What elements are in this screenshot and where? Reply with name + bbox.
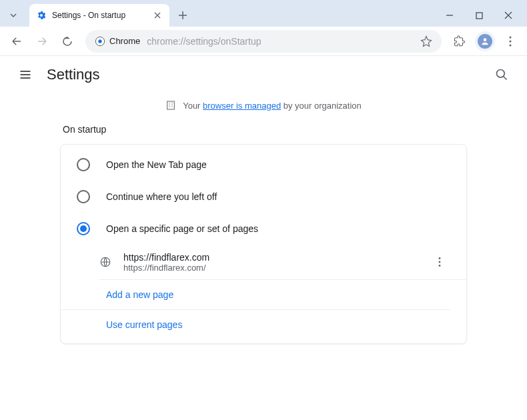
close-icon <box>154 12 161 19</box>
building-icon <box>165 100 176 111</box>
minimize-icon <box>446 11 454 19</box>
use-current-link[interactable]: Use current pages <box>106 319 182 330</box>
radio-icon <box>77 222 90 235</box>
settings-menu-button[interactable] <box>13 63 37 87</box>
site-chip-label: Chrome <box>109 36 140 46</box>
svg-point-7 <box>497 70 505 78</box>
menu-button[interactable] <box>499 30 522 53</box>
page-url: https://findflarex.com/ <box>123 263 417 273</box>
svg-point-5 <box>510 40 512 42</box>
radio-icon <box>77 190 90 203</box>
settings-gear-icon <box>36 10 47 21</box>
address-bar[interactable]: Chrome chrome://settings/onStartup <box>85 30 442 53</box>
url-text: chrome://settings/onStartup <box>147 36 414 47</box>
chevron-down-icon <box>9 11 17 19</box>
window-titlebar: Settings - On startup <box>0 0 527 27</box>
close-icon <box>504 11 512 19</box>
globe-icon <box>99 256 111 268</box>
radio-specific-pages[interactable]: Open a specific page or set of pages <box>61 213 466 245</box>
reload-button[interactable] <box>56 30 79 53</box>
extensions-button[interactable] <box>448 30 471 53</box>
kebab-icon <box>505 36 516 47</box>
managed-suffix: by your organization <box>281 101 362 111</box>
tab-close-button[interactable] <box>152 10 163 21</box>
plus-icon <box>178 11 187 20</box>
settings-header: Settings <box>0 56 527 93</box>
arrow-right-icon <box>36 35 48 47</box>
tab-title: Settings - On startup <box>52 11 147 20</box>
settings-title: Settings <box>47 66 100 83</box>
bookmark-button[interactable] <box>420 35 432 47</box>
svg-point-10 <box>439 257 441 259</box>
radio-continue[interactable]: Continue where you left off <box>61 181 466 213</box>
search-settings-button[interactable] <box>490 63 514 87</box>
puzzle-icon <box>454 35 466 47</box>
startup-page-row: https://findflarex.com https://findflare… <box>99 245 466 280</box>
startup-card: Open the New Tab page Continue where you… <box>60 144 467 344</box>
site-chip: Chrome <box>95 36 140 47</box>
page-more-button[interactable] <box>429 251 450 273</box>
close-window-button[interactable] <box>494 5 523 25</box>
chrome-logo-icon <box>95 36 105 47</box>
svg-point-12 <box>439 265 441 267</box>
managed-link[interactable]: browser is managed <box>203 101 281 111</box>
managed-notice: Your browser is managed by your organiza… <box>0 93 527 117</box>
minimize-button[interactable] <box>435 5 464 25</box>
section-label: On startup <box>63 124 467 135</box>
svg-rect-0 <box>476 13 482 19</box>
search-icon <box>495 68 508 81</box>
kebab-icon <box>434 257 445 267</box>
startup-pages-list: https://findflarex.com https://findflare… <box>61 245 466 280</box>
hamburger-icon <box>19 68 32 81</box>
back-button[interactable] <box>5 30 28 53</box>
svg-rect-8 <box>167 101 175 109</box>
new-tab-button[interactable] <box>173 6 192 25</box>
browser-tab[interactable]: Settings - On startup <box>29 4 169 27</box>
add-page-row: Add a new page <box>61 280 450 310</box>
radio-label: Open a specific page or set of pages <box>106 223 258 234</box>
forward-button[interactable] <box>31 30 53 53</box>
browser-toolbar: Chrome chrome://settings/onStartup <box>0 27 527 56</box>
managed-prefix: Your <box>183 101 203 111</box>
radio-open-newtab[interactable]: Open the New Tab page <box>61 149 466 181</box>
radio-label: Continue where you left off <box>106 191 217 202</box>
maximize-icon <box>476 12 483 19</box>
radio-label: Open the New Tab page <box>106 159 207 170</box>
settings-content: On startup Open the New Tab page Continu… <box>0 124 527 344</box>
svg-point-6 <box>510 44 512 46</box>
avatar-icon <box>478 34 492 49</box>
star-icon <box>420 35 432 47</box>
add-page-link[interactable]: Add a new page <box>106 289 173 300</box>
svg-point-4 <box>510 36 512 38</box>
arrow-left-icon <box>11 35 23 47</box>
svg-point-11 <box>439 261 441 263</box>
use-current-row: Use current pages <box>61 310 466 339</box>
maximize-button[interactable] <box>464 5 494 25</box>
svg-point-3 <box>484 38 487 41</box>
page-title: https://findflarex.com <box>123 252 417 263</box>
profile-button[interactable] <box>475 31 495 51</box>
tab-search-button[interactable] <box>4 6 23 25</box>
svg-point-2 <box>98 39 101 43</box>
radio-icon <box>77 158 90 171</box>
reload-icon <box>61 35 73 47</box>
